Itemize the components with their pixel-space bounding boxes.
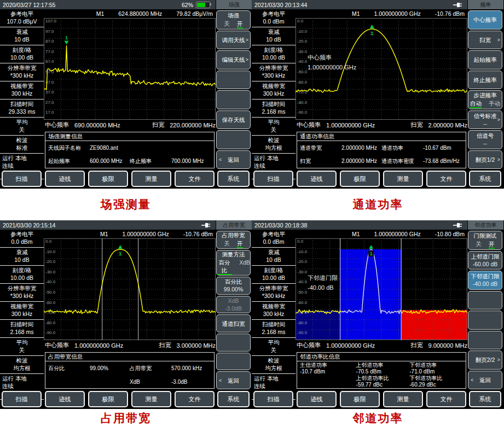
softkey-option[interactable]: 关 bbox=[224, 20, 230, 28]
softkey-threshold-test-toggle[interactable]: 门限测试关开 bbox=[468, 231, 502, 250]
trace-button[interactable]: 迹线 bbox=[45, 171, 85, 187]
channel-region-main-channel bbox=[340, 249, 401, 340]
trace-button[interactable]: 迹线 bbox=[45, 391, 85, 407]
limit-button[interactable]: 极限 bbox=[88, 171, 128, 187]
softkey-page-1-2[interactable]: 翻页1/2> bbox=[468, 150, 502, 169]
param-value: 10 dB bbox=[252, 256, 296, 264]
softkey-center-frequency[interactable]: 中心频率 bbox=[468, 10, 502, 30]
softkey-back[interactable]: 返回< bbox=[468, 371, 502, 390]
caption-adjacent-channel-power: 邻道功率 bbox=[252, 409, 504, 427]
submenu-arrow-icon: > bbox=[497, 156, 500, 163]
limit-button[interactable]: 极限 bbox=[340, 171, 380, 187]
param-label: 运行 本地 bbox=[2, 375, 44, 383]
softkey-empty-1 bbox=[216, 334, 251, 352]
submenu-arrow-icon: > bbox=[246, 56, 248, 63]
file-button[interactable]: 文件 bbox=[175, 171, 215, 187]
softkey-back[interactable]: 返回< bbox=[216, 150, 251, 169]
sweep-button[interactable]: 扫描 bbox=[253, 391, 293, 407]
softkey-occupied-bandwidth-toggle[interactable]: 占用带宽关开 bbox=[216, 231, 251, 249]
param-label: 扫描时间 bbox=[252, 321, 296, 329]
measurement-info-panel: 通道功率信息通道带宽2.000000 MHz通道功率-10.67 dBm扫宽2.… bbox=[297, 132, 466, 168]
softkey-option[interactable]: 开 bbox=[237, 239, 243, 248]
softkey-percent[interactable]: 百分比99.00% bbox=[216, 277, 251, 295]
param-label: 视频带宽 bbox=[252, 303, 296, 311]
info-cell: 主信道功率-10.7 dBm bbox=[300, 362, 356, 375]
softkey-label: 测量方法 bbox=[222, 250, 245, 258]
softkey-span[interactable]: 扫宽> bbox=[468, 31, 502, 50]
limit-button[interactable]: 极限 bbox=[340, 391, 380, 407]
sweep-button[interactable]: 扫描 bbox=[253, 171, 293, 187]
plot-annotation: 下邻道门限 bbox=[308, 274, 338, 281]
softkey-option[interactable]: 自动 bbox=[470, 100, 482, 108]
info-label: 通道功率密度 bbox=[381, 157, 423, 165]
softkey-back[interactable]: 返回< bbox=[216, 371, 251, 389]
measure-button[interactable]: 测量 bbox=[383, 391, 423, 407]
softkey-option[interactable]: 开 bbox=[489, 240, 495, 249]
param-value: *300 kHz bbox=[252, 293, 296, 300]
info-title: 占用带宽信息 bbox=[45, 353, 214, 361]
system-button[interactable]: 系统 bbox=[469, 171, 501, 187]
system-button[interactable]: 系统 bbox=[217, 391, 250, 407]
y-axis-label: -40.0 bbox=[297, 279, 308, 284]
softkey-option[interactable]: 百分比 bbox=[217, 259, 232, 275]
marker-level: -10.80 dBm bbox=[435, 231, 465, 237]
param-label: 参考电平 bbox=[0, 231, 44, 238]
y-axis-label: -80.0 bbox=[297, 320, 308, 325]
param-label: 刻度/格 bbox=[0, 267, 44, 274]
softkey-value: -3.0dB bbox=[225, 305, 242, 312]
status-bar: 2021/03/30 20:13:44 bbox=[252, 0, 467, 9]
softkey-lower-adjacent-threshold[interactable]: 下邻道门限-40.00 dB bbox=[468, 271, 502, 290]
softkey-option[interactable]: 开 bbox=[237, 20, 243, 28]
sweep-button[interactable]: 扫描 bbox=[2, 171, 42, 187]
softkey-channel-span[interactable]: 通道扫宽 bbox=[216, 314, 251, 332]
softkey-stop-frequency[interactable]: 终止频率 bbox=[468, 71, 502, 90]
softkey-label: 编辑天线 bbox=[222, 56, 245, 63]
softkey-save-antenna[interactable]: 保存天线 bbox=[216, 110, 251, 130]
softkey-signal-standard[interactable]: 信号标准--> bbox=[468, 110, 502, 130]
param-value: 300 kHz bbox=[252, 311, 296, 318]
softkey-recall-antenna[interactable]: 调用天线> bbox=[216, 31, 251, 50]
file-button[interactable]: 文件 bbox=[426, 391, 466, 407]
info-row: 扫宽2.000000 MHz通道功率密度-73.68 dBm/Hz bbox=[300, 155, 463, 168]
trace-button[interactable]: 迹线 bbox=[297, 171, 337, 187]
power-status bbox=[453, 223, 462, 228]
info-cell: 天线因子名称ZE9080.ant bbox=[48, 144, 211, 152]
softkey-option[interactable]: 手动 bbox=[489, 100, 500, 108]
svg-text:1: 1 bbox=[119, 251, 121, 256]
softkey-xdb[interactable]: XdB-3.0dB bbox=[216, 296, 251, 314]
param-average: 平均关 bbox=[252, 118, 296, 136]
measure-button[interactable]: 测量 bbox=[383, 171, 423, 187]
softkey-option[interactable]: XdB bbox=[239, 259, 250, 275]
measure-button[interactable]: 测量 bbox=[131, 391, 171, 407]
file-button[interactable]: 文件 bbox=[426, 171, 466, 187]
screen-occupied-bandwidth: 2021/03/30 20:15:14占用带宽参考电平0.0 dBm衰减10 d… bbox=[0, 220, 252, 409]
softkey-measure-method-toggle[interactable]: 测量方法百分比XdB bbox=[216, 250, 251, 276]
system-button[interactable]: 系统 bbox=[217, 171, 250, 187]
info-label: 终止频率 bbox=[130, 157, 171, 165]
measure-button[interactable]: 测量 bbox=[131, 171, 171, 187]
trace-button[interactable]: 迹线 bbox=[297, 391, 337, 407]
softkey-field-strength-toggle[interactable]: 场强关开 bbox=[216, 10, 251, 30]
param-label: 分辨率带宽 bbox=[0, 65, 44, 72]
softkey-step-frequency-toggle[interactable]: 步进频率自动手动 bbox=[468, 90, 502, 109]
y-axis-label: 0.0 bbox=[45, 239, 52, 244]
param-label: 检波 bbox=[252, 357, 296, 365]
softkey-option[interactable]: 关 bbox=[224, 239, 230, 248]
y-axis-label: 87.0 bbox=[45, 39, 54, 44]
file-button[interactable]: 文件 bbox=[175, 391, 215, 407]
softkey-page-2-2[interactable]: 翻页2/2> bbox=[468, 350, 502, 370]
menu-title: 邻道功率 bbox=[468, 220, 503, 230]
center-freq-value: 1.000000000 GHz bbox=[326, 342, 375, 349]
softkey-upper-adjacent-threshold[interactable]: 上邻道门限-60.00 dB bbox=[468, 251, 502, 270]
param-value: 10.00 dB bbox=[252, 54, 296, 62]
system-button[interactable]: 系统 bbox=[469, 391, 501, 407]
info-cell: 扫宽2.000000 MHz bbox=[300, 157, 381, 165]
limit-button[interactable]: 极限 bbox=[88, 391, 128, 407]
softkey-option[interactable]: 关 bbox=[476, 240, 482, 249]
sweep-button[interactable]: 扫描 bbox=[2, 391, 42, 407]
softkey-channel-number[interactable]: 信道号-- bbox=[468, 130, 502, 149]
softkey-start-frequency[interactable]: 起始频率 bbox=[468, 50, 502, 69]
softkey-edit-antenna[interactable]: 编辑天线> bbox=[216, 50, 251, 69]
param-label: 运行 本地 bbox=[2, 155, 44, 162]
screen-adjacent-channel-power: 2021/03/30 20:18:38邻道功率参考电平0.0 dBm衰减10 d… bbox=[252, 220, 504, 409]
